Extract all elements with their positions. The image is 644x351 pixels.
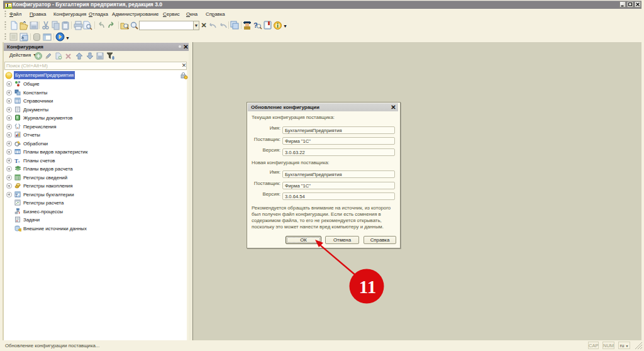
- svg-text:т: т: [18, 159, 20, 164]
